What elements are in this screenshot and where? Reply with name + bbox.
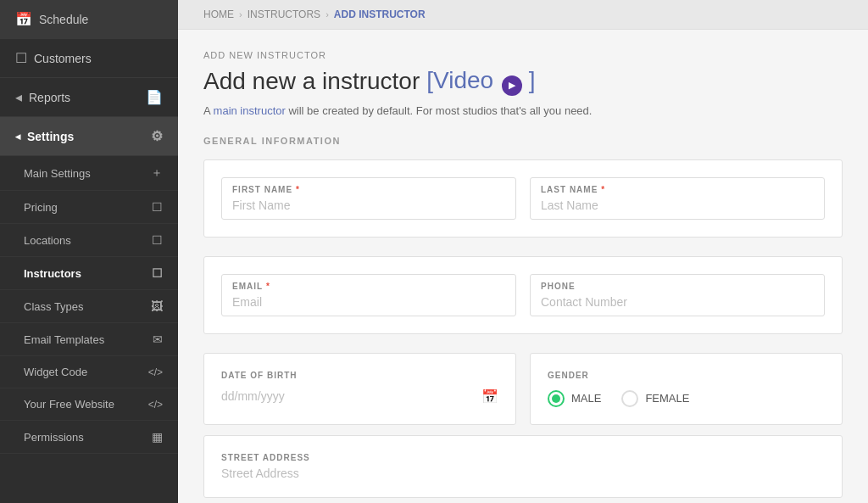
first-name-input[interactable] [232, 198, 505, 212]
gender-male-radio-inner [552, 394, 560, 403]
locations-label: Locations [24, 234, 71, 247]
phone-group: PHONE [530, 274, 825, 316]
video-play-icon: ▶ [502, 75, 522, 96]
gender-male-option[interactable]: MALE [548, 390, 601, 407]
widget-code-icon: </> [148, 366, 163, 378]
first-name-group: FIRST NAME* [221, 177, 516, 220]
sidebar-item-free-website[interactable]: Your Free Website </> [0, 388, 178, 421]
breadcrumb: HOME › INSTRUCTORS › ADD INSTRUCTOR [178, 0, 868, 30]
breadcrumb-instructors[interactable]: INSTRUCTORS [248, 8, 320, 20]
reports-file-icon: 📄 [146, 89, 163, 105]
form-rows-wrapper: FIRST NAME* LAST NAME* [203, 159, 843, 498]
page-title: Add new a instructor [Video ▶ ] [203, 67, 843, 96]
phone-input[interactable] [541, 295, 814, 309]
main-content: HOME › INSTRUCTORS › ADD INSTRUCTOR ADD … [178, 0, 868, 503]
email-label: EMAIL* [232, 282, 505, 291]
dob-card: DATE OF BIRTH dd/mm/yyyy 📅 [203, 353, 516, 425]
calendar-icon[interactable]: 📅 [481, 388, 498, 405]
free-website-label: Your Free Website [24, 398, 114, 411]
gender-male-radio[interactable] [548, 390, 565, 407]
settings-gear-icon: ⚙ [151, 128, 163, 144]
instructors-icon: ☐ [152, 266, 163, 280]
settings-chevron-icon: ◂ [15, 131, 20, 143]
main-instructor-link[interactable]: main instructor [214, 104, 286, 117]
locations-icon: ☐ [152, 233, 163, 247]
breadcrumb-sep1: › [239, 9, 242, 20]
first-name-label: FIRST NAME* [232, 185, 505, 194]
customers-icon: ☐ [15, 50, 27, 66]
name-row-card: FIRST NAME* LAST NAME* [203, 159, 843, 238]
free-website-icon: </> [148, 399, 163, 411]
sidebar-item-label: Schedule [39, 13, 88, 26]
last-name-group: LAST NAME* [530, 177, 825, 220]
sidebar-item-permissions[interactable]: Permissions ▦ [0, 421, 178, 454]
sidebar: 📅 Schedule ☐ Customers ◂ Reports 📄 ◂ Set… [0, 0, 178, 503]
email-phone-row: EMAIL* PHONE [221, 274, 825, 316]
sidebar-item-schedule[interactable]: 📅 Schedule [0, 0, 178, 39]
street-card: STREET ADDRESS [203, 435, 843, 498]
dob-input-wrap: dd/mm/yyyy 📅 [221, 388, 498, 405]
email-phone-row-card: EMAIL* PHONE [203, 256, 843, 334]
schedule-icon: 📅 [15, 11, 32, 27]
reports-icon: ◂ [15, 89, 22, 105]
instructors-label: Instructors [24, 267, 81, 280]
sidebar-item-class-types[interactable]: Class Types 🖼 [0, 290, 178, 323]
sidebar-item-customers[interactable]: ☐ Customers [0, 39, 178, 78]
sidebar-item-locations[interactable]: Locations ☐ [0, 224, 178, 257]
street-input[interactable] [221, 467, 825, 480]
sidebar-item-reports[interactable]: ◂ Reports 📄 [0, 78, 178, 117]
widget-code-label: Widget Code [24, 366, 87, 378]
sidebar-item-email-templates[interactable]: Email Templates ✉ [0, 323, 178, 356]
gender-female-label: FEMALE [645, 392, 689, 405]
sidebar-item-pricing[interactable]: Pricing ☐ [0, 191, 178, 224]
video-link-text[interactable]: [Video ▶ ] [426, 67, 535, 96]
sidebar-item-settings[interactable]: ◂ Settings ⚙ [0, 117, 178, 156]
add-new-label: ADD NEW INSTRUCTOR [203, 50, 843, 60]
name-row: FIRST NAME* LAST NAME* [221, 177, 825, 220]
last-name-input[interactable] [541, 198, 814, 212]
dob-label: DATE OF BIRTH [221, 371, 498, 380]
sidebar-item-label: Settings [27, 130, 74, 143]
phone-label: PHONE [541, 282, 814, 291]
sidebar-item-label: Reports [29, 91, 70, 104]
sidebar-item-widget-code[interactable]: Widget Code </> [0, 356, 178, 388]
breadcrumb-current[interactable]: ADD INSTRUCTOR [334, 8, 426, 20]
gender-female-option[interactable]: FEMALE [621, 390, 689, 407]
last-name-required: * [601, 185, 605, 194]
sidebar-item-main-settings[interactable]: Main Settings ＋ [0, 156, 178, 191]
main-settings-icon: ＋ [151, 165, 163, 181]
email-group: EMAIL* [221, 274, 516, 316]
street-group: STREET ADDRESS [221, 453, 825, 480]
class-types-label: Class Types [24, 300, 84, 313]
page-title-text: Add new a instructor [203, 68, 420, 95]
section-label: GENERAL INFORMATION [203, 136, 843, 146]
sidebar-item-instructors[interactable]: Instructors ☐ [0, 257, 178, 290]
permissions-label: Permissions [24, 431, 84, 444]
dob-placeholder: dd/mm/yyyy [221, 389, 285, 403]
subtitle: A main instructor will be created by def… [203, 104, 843, 117]
gender-male-label: MALE [571, 392, 601, 405]
gender-label: GENDER [548, 371, 825, 380]
email-templates-label: Email Templates [24, 333, 104, 346]
gender-card: GENDER MALE FEMALE [530, 353, 843, 425]
first-name-required: * [296, 185, 300, 194]
main-settings-label: Main Settings [24, 167, 91, 180]
gender-female-radio[interactable] [621, 390, 638, 407]
last-name-label: LAST NAME* [541, 185, 814, 194]
gender-options: MALE FEMALE [548, 390, 825, 407]
pricing-icon: ☐ [152, 200, 163, 214]
class-types-icon: 🖼 [151, 299, 163, 313]
email-input[interactable] [232, 295, 505, 309]
form-area: ADD NEW INSTRUCTOR Add new a instructor … [178, 30, 868, 503]
email-required: * [266, 282, 270, 291]
pricing-label: Pricing [24, 201, 58, 214]
street-label: STREET ADDRESS [221, 453, 825, 462]
permissions-icon: ▦ [152, 430, 163, 444]
email-templates-icon: ✉ [153, 333, 163, 346]
sidebar-item-label: Customers [34, 52, 92, 65]
breadcrumb-home[interactable]: HOME [203, 8, 234, 20]
dob-gender-row: DATE OF BIRTH dd/mm/yyyy 📅 GENDER MALE [203, 353, 843, 425]
breadcrumb-sep2: › [326, 9, 329, 20]
